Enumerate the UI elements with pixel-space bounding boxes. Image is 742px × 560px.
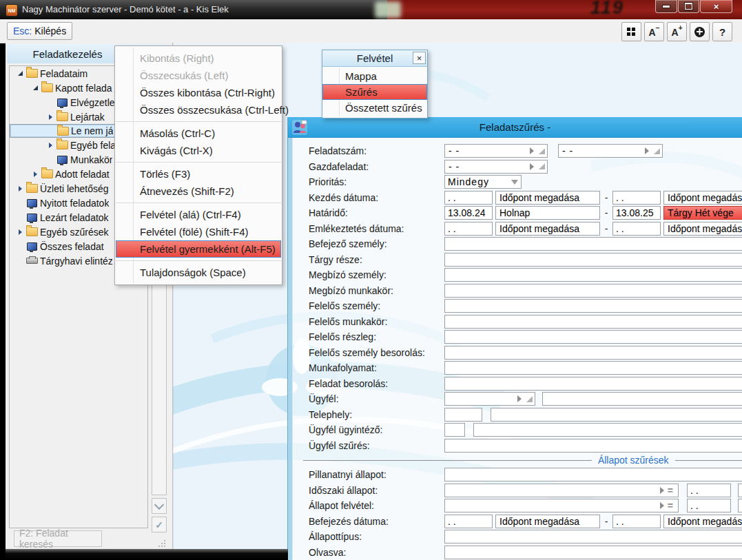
megb-z-szem-ly-input[interactable] xyxy=(444,268,742,282)
gyf-l-gyint-z-input[interactable] xyxy=(444,423,465,437)
felel-s-r-szleg-input[interactable] xyxy=(444,330,742,344)
hat-rid-picker-button[interactable]: Tárgy Hét vége xyxy=(663,206,742,220)
confirm-button[interactable]: ✓ xyxy=(152,517,167,532)
folder-icon xyxy=(40,169,54,178)
feladat-besorol-s-input[interactable] xyxy=(444,377,742,391)
field-label: Határidő: xyxy=(309,207,348,218)
t-rgy-r-sze-input[interactable] xyxy=(444,253,742,267)
help-button[interactable]: ? xyxy=(712,22,732,41)
gazdafeladat-combo[interactable]: - - xyxy=(444,160,548,174)
menu-item-tulajdons-gok[interactable]: Tulajdonságok (Space) xyxy=(115,264,282,281)
llapot-felv-tel-date-input[interactable]: . . xyxy=(687,499,731,512)
field-label: Tárgy része: xyxy=(309,254,362,265)
panel-resize-grip[interactable] xyxy=(158,540,165,547)
priorit-s-select[interactable]: Mindegy xyxy=(444,175,522,189)
menu-item-tnevez-s[interactable]: Átnevezés (Shift-F2) xyxy=(115,183,282,200)
id-szaki-llapot-date-input[interactable]: . . xyxy=(687,484,731,497)
resize-grip-icon[interactable] xyxy=(526,396,533,402)
collapsed-arrow-icon[interactable] xyxy=(30,172,40,177)
layout-grid-button[interactable] xyxy=(621,22,641,41)
feladatsz-m-combo[interactable]: - - xyxy=(558,144,663,158)
task-search-button[interactable]: F2: Feladat keresés xyxy=(14,530,102,547)
befejez-s-d-tuma-date-input[interactable]: . . xyxy=(612,515,661,528)
befejez-s-d-tuma-date-input[interactable]: . . xyxy=(444,515,493,528)
menu-item-sszes-sszecsuk-sa[interactable]: Összes összecsukása (Ctrl-Left) xyxy=(115,101,282,118)
menu-item-felv-tel-gyermekk-nt[interactable]: Felvétel gyermekként (Alt-F5) xyxy=(116,240,281,258)
field-label: Megbízó személy: xyxy=(309,269,387,280)
befejez-szem-ly-input[interactable] xyxy=(444,237,742,251)
menu-item-felv-tel[interactable]: Felvétel (alá) (Ctrl-F4) xyxy=(115,206,282,223)
titlebar-left: NM Nagy Machinátor szerver - Demó kötet … xyxy=(0,0,387,19)
font-increase-button[interactable]: A+ xyxy=(667,22,687,41)
kezd-s-d-tuma-picker-button[interactable]: Időpont megadása xyxy=(663,191,742,205)
hat-rid-picker-button[interactable]: Holnap xyxy=(495,206,600,220)
navigate-button[interactable] xyxy=(690,22,710,41)
scroll-down-button[interactable] xyxy=(152,498,167,514)
kezd-s-d-tuma-picker-button[interactable]: Időpont megadása xyxy=(495,191,600,205)
expanded-arrow-icon[interactable] xyxy=(30,85,40,90)
menu-item-m-sol-s[interactable]: Másolás (Ctrl-C) xyxy=(115,125,282,142)
field-controls: =. .Időpont megadása xyxy=(444,484,742,497)
kezd-s-d-tuma-date-input[interactable]: . . xyxy=(444,191,493,205)
resize-grip-icon[interactable] xyxy=(654,148,660,154)
felel-s-szem-ly-besorol-s-input[interactable] xyxy=(444,346,742,360)
field-controls xyxy=(444,237,742,251)
close-button[interactable]: × xyxy=(700,0,732,13)
kezd-s-d-tuma-date-input[interactable]: . . xyxy=(612,191,661,205)
gyf-l-input[interactable] xyxy=(542,392,742,406)
telephely-input[interactable] xyxy=(491,408,742,422)
form-row-feladat-besorol-s: Feladat besorolás: xyxy=(293,376,742,392)
popup-item-sz-r-s[interactable]: Szűrés xyxy=(322,84,427,100)
befejez-s-d-tuma-picker-button[interactable]: Időpont megadása xyxy=(495,515,600,528)
olvasva-input[interactable] xyxy=(444,546,742,559)
llapot-felv-tel-combo[interactable]: = xyxy=(444,499,679,512)
range-dash: - xyxy=(603,207,610,218)
menu-item-kiv-g-s[interactable]: Kivágás (Ctrl-X) xyxy=(115,142,282,159)
popup-item-sszetett-sz-r-s[interactable]: Összetett szűrés xyxy=(322,100,427,116)
toolbar: Esc: Kilépés A−A+? xyxy=(0,19,742,43)
eml-keztet-s-d-tuma-date-input[interactable]: . . xyxy=(444,222,493,236)
befejez-s-d-tuma-picker-button[interactable]: Időpont megadása xyxy=(663,515,742,528)
resize-grip-icon[interactable] xyxy=(539,163,545,169)
llapot-felv-tel-picker-button[interactable]: Időpont megadása xyxy=(738,499,742,512)
tree-item-label: Elvégzetle xyxy=(69,97,115,108)
font-decrease-button[interactable]: A− xyxy=(644,22,664,41)
eml-keztet-s-d-tuma-picker-button[interactable]: Időpont megadása xyxy=(495,222,600,236)
expanded-arrow-icon[interactable] xyxy=(15,71,25,76)
minimize-button[interactable] xyxy=(655,0,677,13)
feladatsz-m-combo[interactable]: - - xyxy=(444,144,548,158)
tree-item-label: Kapott felada xyxy=(54,83,112,94)
menu-item-sszes-kibont-sa[interactable]: Összes kibontása (Ctrl-Right) xyxy=(115,84,282,101)
id-szaki-llapot-combo[interactable]: = xyxy=(444,484,679,497)
collapsed-arrow-icon[interactable] xyxy=(45,114,55,120)
maximize-button[interactable] xyxy=(678,0,699,13)
gyf-l-sz-r-s-input[interactable] xyxy=(444,439,742,453)
gyf-l-gyint-z-input[interactable] xyxy=(473,423,742,437)
eml-keztet-s-d-tuma-date-input[interactable]: . . xyxy=(612,222,661,236)
field-controls: . .Időpont megadása-. .Időpont megadása xyxy=(444,515,742,528)
felel-s-szem-ly-input[interactable] xyxy=(444,299,742,313)
field-label: Felelős részleg: xyxy=(309,331,376,342)
llapott-pus-input[interactable] xyxy=(444,530,742,543)
telephely-input[interactable] xyxy=(444,408,482,422)
megb-z-munkak-r-input[interactable] xyxy=(444,284,742,298)
menu-item-t-rl-s[interactable]: Törlés (F3) xyxy=(115,165,282,183)
hat-rid-date-input[interactable]: 13.08.24 xyxy=(444,206,493,220)
resize-grip-icon[interactable] xyxy=(539,148,545,154)
range-dash: - xyxy=(603,192,610,203)
munkafolyamat-input[interactable] xyxy=(444,361,742,375)
popup-item-mappa[interactable]: Mappa xyxy=(322,68,427,84)
maximize-icon xyxy=(685,3,692,10)
pillanatnyi-llapot-input[interactable] xyxy=(444,468,742,481)
eml-keztet-s-d-tuma-picker-button[interactable]: Időpont megadása xyxy=(663,222,742,236)
gyf-l-combo[interactable] xyxy=(444,392,535,406)
exit-button[interactable]: Esc: Kilépés xyxy=(7,22,72,40)
collapsed-arrow-icon[interactable] xyxy=(45,143,55,148)
hat-rid-date-input[interactable]: 13.08.25 xyxy=(612,206,661,220)
id-szaki-llapot-picker-button[interactable]: Időpont megadása xyxy=(738,484,742,497)
collapsed-arrow-icon[interactable] xyxy=(15,229,25,235)
felel-s-munkak-r-input[interactable] xyxy=(444,315,742,329)
menu-item-felv-tel[interactable]: Felvétel (fölé) (Shift-F4) xyxy=(115,223,282,240)
popup-close-button[interactable]: × xyxy=(413,52,426,64)
collapsed-arrow-icon[interactable] xyxy=(15,186,25,191)
